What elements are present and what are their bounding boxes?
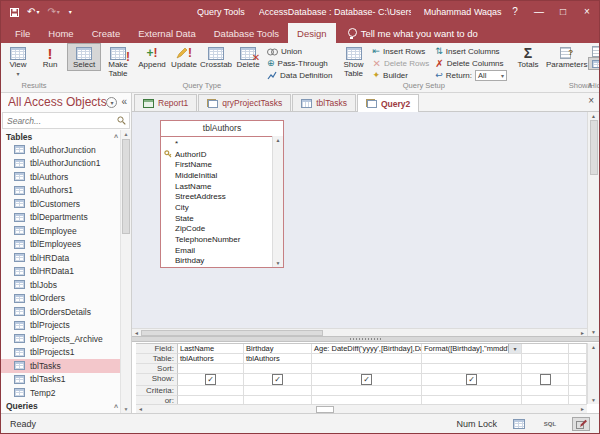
nav-item-tblprojects[interactable]: tblProjects — [1, 319, 121, 333]
field-list-scrollbar[interactable]: ▲ ▼ — [272, 136, 283, 267]
collapse-group-icon[interactable]: ˄ — [114, 403, 118, 410]
field-combo-dropdown-icon[interactable]: ▾ — [508, 344, 521, 353]
delete-rows-button[interactable]: ✕ Delete Rows — [370, 58, 433, 69]
scroll-thumb[interactable] — [141, 330, 323, 336]
datasheet-view-button[interactable] — [510, 417, 528, 431]
delete-columns-button[interactable]: ✗ Delete Columns — [432, 58, 510, 69]
nav-item-tblhrdata1[interactable]: tblHRData1 — [1, 265, 121, 279]
design-vertical-scrollbar[interactable]: ▲ ▼ — [587, 112, 599, 336]
pass-through-button[interactable]: ⊕ Pass-Through — [264, 58, 335, 69]
show-checkbox[interactable] — [205, 374, 216, 385]
contextual-tab-query-tools[interactable]: Query Tools — [197, 7, 245, 17]
minimize-button[interactable]: — — [527, 1, 551, 23]
nav-item-tblprojects1[interactable]: tblProjects1 — [1, 346, 121, 360]
grid-criteria-cell-col5[interactable] — [522, 386, 569, 396]
grid-sort-cell-col1[interactable] — [178, 364, 244, 374]
scroll-right-icon[interactable]: ► — [578, 330, 587, 336]
field-row-city[interactable]: City — [164, 202, 271, 213]
field-row-firstname[interactable]: FirstName — [164, 159, 271, 170]
nav-item-tblauthors1[interactable]: tblAuthors1 — [1, 184, 121, 198]
redo-icon[interactable]: ↷▾ — [47, 7, 59, 17]
nav-item-tblhrdata[interactable]: tblHRData — [1, 251, 121, 265]
nav-item-tbljobs[interactable]: tblJobs — [1, 278, 121, 292]
nav-item-tbltasks1[interactable]: tblTasks1 — [1, 373, 121, 387]
tell-me-box[interactable]: Tell me what you want to do — [348, 23, 478, 43]
field-row-star[interactable]: * — [164, 138, 271, 149]
ribbon-tab-home[interactable]: Home — [39, 23, 82, 43]
customize-qat-icon[interactable]: ▾ — [68, 7, 72, 17]
nav-item-tblcustomers[interactable]: tblCustomers — [1, 197, 121, 211]
ribbon-tab-create[interactable]: Create — [83, 23, 130, 43]
close-document-icon[interactable]: × — [588, 95, 594, 107]
search-icon[interactable] — [117, 116, 126, 125]
nav-item-tbldepartments[interactable]: tblDepartments — [1, 211, 121, 225]
scroll-up-icon[interactable]: ▲ — [591, 112, 596, 120]
maximize-button[interactable]: □ — [551, 1, 575, 23]
union-button[interactable]: Union — [264, 46, 335, 57]
scroll-thumb[interactable] — [590, 120, 598, 175]
nav-pane-scrollbar[interactable]: ▲ ▼ — [120, 130, 131, 413]
nav-item-tblprojects-archive[interactable]: tblProjects_Archive — [1, 332, 121, 346]
insert-columns-button[interactable]: ⇅ Insert Columns — [432, 46, 510, 57]
nav-item-tblauthorjunction1[interactable]: tblAuthorJunction1 — [1, 157, 121, 171]
scroll-right-icon[interactable]: ► — [578, 406, 587, 412]
search-input[interactable] — [7, 116, 117, 126]
delete-query-button[interactable]: ✕ Delete — [232, 44, 264, 70]
grid-criteria-cell-col3[interactable] — [312, 386, 422, 396]
nav-item-tblemployees[interactable]: tblEmployees — [1, 238, 121, 252]
grid-sort-cell-col5[interactable] — [522, 364, 569, 374]
update-button[interactable]: ! Update — [168, 44, 200, 70]
sql-view-button[interactable]: SQL — [541, 417, 559, 431]
ribbon-tab-file[interactable]: File — [6, 23, 39, 43]
grid-field-cell-col4[interactable]: Format([Birthday],"mmdd")▾ — [422, 344, 522, 354]
field-row-lastname[interactable]: LastName — [164, 181, 271, 192]
scroll-left-icon[interactable]: ◄ — [136, 406, 145, 412]
nav-item-tblemployee[interactable]: tblEmployee — [1, 224, 121, 238]
property-sheet-button[interactable]: Property Sheet — [589, 46, 600, 57]
grid-table-cell-col5[interactable] — [522, 354, 569, 364]
grid-table-cell-col1[interactable]: tblAuthors — [178, 354, 244, 364]
nav-item-tblordersdetails[interactable]: tblOrdersDetails — [1, 305, 121, 319]
grid-table-cell-col3[interactable] — [312, 354, 422, 364]
field-list-title[interactable]: tblAuthors — [161, 121, 283, 137]
undo-icon[interactable]: ↶▾ — [27, 7, 39, 17]
show-checkbox[interactable] — [540, 374, 551, 385]
grid-field-cell-col1[interactable]: LastName — [178, 344, 244, 354]
grid-field-cell-col3[interactable]: Age: DateDiff('yyyy',[Birthday],Date()) — [312, 344, 422, 354]
ribbon-tab-design[interactable]: Design — [288, 23, 336, 43]
nav-group-tables[interactable]: Tables˄ — [1, 130, 121, 143]
nav-item-temp2[interactable]: Temp2 — [1, 386, 121, 400]
grid-sort-cell-col4[interactable] — [422, 364, 522, 374]
field-row-middleinitial[interactable]: MiddleInitial — [164, 170, 271, 181]
field-list-tblauthors[interactable]: tblAuthors *AuthorIDFirstNameMiddleIniti… — [160, 120, 284, 268]
show-checkbox[interactable] — [361, 374, 372, 385]
run-button[interactable]: ! Run — [34, 44, 66, 70]
grid-criteria-cell-col2[interactable] — [244, 386, 312, 396]
user-account[interactable]: Muhammad Waqas — [424, 7, 502, 17]
doc-tab-report1[interactable]: Report1 — [134, 94, 197, 111]
table-names-button[interactable]: Table Names — [589, 58, 600, 69]
grid-table-cell-col4[interactable] — [422, 354, 522, 364]
shutter-bar-close-icon[interactable]: « — [121, 97, 127, 107]
scroll-up-icon[interactable]: ▲ — [276, 136, 281, 144]
data-definition-button[interactable]: Data Definition — [264, 70, 335, 81]
grid-sort-cell-col3[interactable] — [312, 364, 422, 374]
scroll-thumb[interactable] — [122, 139, 130, 234]
show-checkbox[interactable] — [272, 374, 283, 385]
totals-button[interactable]: Σ Totals — [512, 44, 544, 70]
scroll-down-icon[interactable]: ▼ — [591, 396, 596, 404]
grid-field-cell-col5[interactable] — [522, 344, 569, 354]
nav-item-tbltasks[interactable]: tblTasks — [1, 359, 121, 373]
parameters-button[interactable]: ? Parameters — [544, 44, 589, 70]
field-row-email[interactable]: Email — [164, 245, 271, 256]
scroll-down-icon[interactable]: ▼ — [591, 328, 596, 336]
nav-item-find-duplicates-for-tblauthors[interactable]: Find duplicates for tblAuthors — [1, 413, 121, 414]
scroll-down-icon[interactable]: ▼ — [124, 405, 129, 413]
show-checkbox[interactable] — [466, 374, 477, 385]
append-button[interactable]: +! Append — [136, 44, 168, 70]
design-view-button[interactable] — [572, 417, 590, 431]
ribbon-tab-database-tools[interactable]: Database Tools — [205, 23, 288, 43]
close-button[interactable]: × — [575, 1, 599, 23]
save-icon[interactable] — [10, 8, 19, 17]
scroll-up-icon[interactable]: ▲ — [124, 130, 129, 138]
